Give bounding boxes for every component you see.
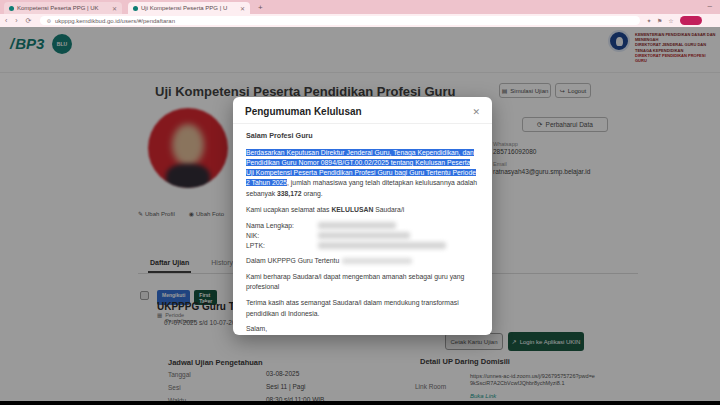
browser-toolbar: ‹ › ⟳ ⚙ ukpppg.kemdikbud.go.id/users/#/p… [0,14,720,27]
redacted-nama-value [318,222,396,229]
pengumuman-modal: Pengumuman Kelulusan ✕ Salam Profesi Gur… [233,97,492,335]
nav-back-forward-reload-icons[interactable]: ‹ › ⟳ [5,17,34,25]
thanks-line: Terima kasih atas semangat Saudara/i dal… [246,298,479,318]
tune-icon: ⚙ [46,18,50,24]
tab-title: Kompetensi Peserta PPG | UK [17,5,99,11]
modal-title: Pengumuman Kelulusan [245,106,362,117]
tab-title: Uji Kompetensi Peserta PPG | U [141,5,227,11]
screen: Kompetensi Peserta PPG | UK ✕ Uji Kompet… [0,0,720,405]
field-lptk: LPTK: [246,241,479,251]
window-minimize-button[interactable]: – [708,1,712,10]
favicon-icon [9,6,14,11]
browser-profile-chip[interactable] [680,16,702,25]
graduate-count: 338,172 [277,190,302,197]
browser-tab-active[interactable]: Uji Kompetensi Peserta PPG | U ✕ [128,2,250,14]
tab-bar: Kompetensi Peserta PPG | UK ✕ Uji Kompet… [0,0,720,14]
hope-line: Kami berharap Saudara/i dapat mengemban … [246,272,479,292]
redacted-nik-value [318,232,410,239]
browser-tab-inactive[interactable]: Kompetensi Peserta PPG | UK ✕ [4,2,122,14]
extension-icons[interactable]: ✦ ⚑ ☆ [646,17,675,24]
tab-close-icon[interactable]: ✕ [112,5,117,12]
url-bar[interactable]: ⚙ ukpppg.kemdikbud.go.id/users/#/pendaft… [40,16,640,25]
modal-body: Salam Profesi Guru Berdasarkan Keputusan… [233,124,492,335]
redacted-lptk-value [318,242,446,249]
modal-greeting: Salam Profesi Guru [246,131,479,142]
new-tab-button[interactable]: + [258,3,263,12]
salam-line: Salam, [246,324,479,334]
modal-paragraph: Berdasarkan Keputusan Direktur Jenderal … [246,148,479,199]
video-letterbox [0,401,720,405]
congrats-line: Kami ucapkan selamat atas KELULUSAN Saud… [246,205,479,215]
field-nik: NIK: [246,231,479,241]
redacted-program-value [342,258,412,264]
browser-chrome: Kompetensi Peserta PPG | UK ✕ Uji Kompet… [0,0,720,27]
field-nama: Nama Lengkap: [246,221,479,231]
modal-header: Pengumuman Kelulusan ✕ [233,97,492,124]
url-text: ukpppg.kemdikbud.go.id/users/#/pendaftar… [55,18,175,24]
close-icon[interactable]: ✕ [472,107,480,117]
favicon-icon [133,6,138,11]
dalam-line: Dalam UKPPPG Guru Tertentu [246,256,479,266]
tab-close-icon[interactable]: ✕ [240,5,245,12]
